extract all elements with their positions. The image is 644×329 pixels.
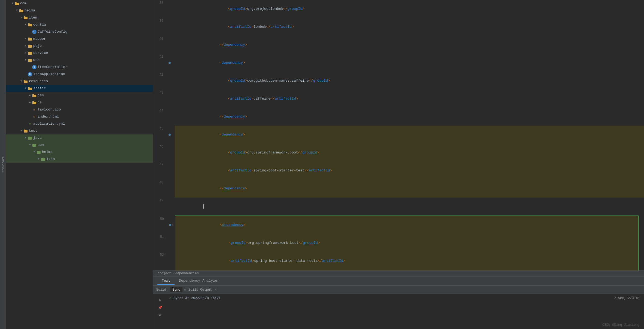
line-num-41: 41 bbox=[153, 54, 167, 72]
folder-icon-heima-test bbox=[36, 150, 41, 154]
code-content-46: <groupId>org.springframework.boot</group… bbox=[175, 144, 644, 162]
code-line-52: 52 <artifactId>spring-boot-starter-data-… bbox=[175, 252, 638, 270]
svg-rect-7 bbox=[28, 23, 30, 24]
svg-rect-12 bbox=[28, 52, 32, 55]
label-service: service bbox=[33, 50, 48, 56]
tree-item-item-test[interactable]: ▼ item bbox=[6, 156, 153, 163]
line-num-50: 50 bbox=[154, 216, 167, 234]
label-itemapplication: ItemApplication bbox=[33, 71, 65, 77]
tree-item-heima-test[interactable]: ▼ heima bbox=[6, 149, 153, 156]
label-web: web bbox=[33, 57, 39, 63]
arrow-css: ▶ bbox=[28, 93, 32, 98]
tab-dependency-analyzer[interactable]: Dependency Analyzer bbox=[175, 277, 224, 285]
build-tab-output[interactable]: Build Output bbox=[187, 287, 213, 292]
tree-item-appyml[interactable]: ▶ ◈ application.yml bbox=[6, 120, 153, 127]
line-num-46: 46 bbox=[153, 144, 167, 162]
gutter-marker-45 bbox=[169, 134, 171, 136]
label-heima-test: heima bbox=[42, 149, 53, 155]
editor-content[interactable]: 38 <groupId>org.projectlombok</groupId> … bbox=[153, 0, 644, 270]
gutter-arrow-41: ↑ bbox=[171, 60, 173, 66]
gutter-44 bbox=[167, 108, 175, 126]
gutter-49 bbox=[167, 198, 175, 216]
tree-item-heima[interactable]: ▼ heima bbox=[6, 7, 153, 14]
code-content-48: </dependency> bbox=[175, 180, 644, 198]
svg-rect-0 bbox=[15, 3, 19, 5]
tree-item-favicon[interactable]: ▶ ⊞ favicon.ico bbox=[6, 106, 153, 113]
code-content-44: </dependency> bbox=[175, 108, 644, 126]
tree-item-indexhtml[interactable]: ▶ ⊡ index.html bbox=[6, 113, 153, 120]
folder-icon-com bbox=[15, 1, 19, 6]
label-com: com bbox=[20, 1, 26, 7]
tree-item-static[interactable]: ▼ static bbox=[6, 85, 153, 92]
label-heima: heima bbox=[25, 8, 35, 14]
tree-item-mapper[interactable]: ▶ mapper bbox=[6, 35, 153, 42]
tab-text[interactable]: Text bbox=[157, 277, 175, 285]
build-tab-sync[interactable]: Sync bbox=[170, 287, 182, 292]
tree-item-itemcontroller[interactable]: ▶ C ItemController bbox=[6, 64, 153, 71]
svg-rect-30 bbox=[37, 151, 41, 154]
svg-rect-20 bbox=[32, 95, 36, 97]
tree-item-config[interactable]: ▼ config bbox=[6, 21, 153, 28]
svg-rect-11 bbox=[28, 45, 30, 45]
svg-rect-10 bbox=[28, 45, 32, 48]
build-icon-refresh[interactable]: ↻ bbox=[157, 297, 163, 303]
build-tab-output-close[interactable]: ✕ bbox=[214, 288, 217, 291]
arrow-test: ▼ bbox=[19, 129, 23, 133]
code-line-49: 49 bbox=[153, 198, 644, 216]
tree-item-resources[interactable]: ▼ resources bbox=[6, 78, 153, 85]
svg-rect-24 bbox=[24, 130, 28, 133]
class-icon-caffeineconfig: C bbox=[32, 30, 36, 34]
gutter-48 bbox=[167, 180, 175, 198]
tree-item-web[interactable]: ▼ web bbox=[6, 57, 153, 64]
svg-rect-27 bbox=[28, 137, 30, 137]
gutter-39 bbox=[167, 18, 175, 36]
folder-icon-item-test bbox=[41, 157, 45, 161]
tree-item-com-test[interactable]: ▼ com bbox=[6, 142, 153, 149]
line-num-51: 51 bbox=[154, 234, 167, 252]
build-icon-eye[interactable]: 👁 bbox=[157, 312, 163, 318]
tabs-bar: Text Dependency Analyzer bbox=[153, 276, 644, 285]
tree-item-service[interactable]: ▶ service bbox=[6, 50, 153, 57]
structure-tab[interactable]: Structure bbox=[0, 0, 6, 329]
label-favicon: favicon.ico bbox=[38, 107, 61, 113]
svg-rect-6 bbox=[28, 24, 32, 26]
folder-icon-resources bbox=[23, 79, 28, 84]
label-caffeineconfig: CaffeineConfig bbox=[38, 29, 67, 35]
build-time: 2 sec, 273 ms bbox=[614, 296, 640, 300]
svg-rect-13 bbox=[28, 52, 30, 53]
build-tab-sync-close[interactable]: ✕ bbox=[184, 288, 186, 291]
tree-item-css[interactable]: ▶ css bbox=[6, 92, 153, 99]
arrow-pojo: ▶ bbox=[23, 44, 28, 48]
line-num-49: 49 bbox=[153, 198, 167, 216]
tree-item-item[interactable]: ▼ item bbox=[6, 14, 153, 21]
tree-item-pojo[interactable]: ▶ pojo bbox=[6, 42, 153, 50]
tree-item-java[interactable]: ▼ java bbox=[6, 134, 153, 142]
code-content-49 bbox=[175, 198, 644, 216]
arrow-mapper: ▶ bbox=[23, 37, 28, 41]
svg-rect-3 bbox=[19, 9, 21, 10]
editor-area: 38 <groupId>org.projectlombok</groupId> … bbox=[153, 0, 644, 285]
tree-item-js[interactable]: ▶ js bbox=[6, 99, 153, 106]
svg-rect-19 bbox=[28, 87, 30, 88]
tree-item-com[interactable]: ▼ com bbox=[6, 0, 153, 7]
arrow-heima-test: ▼ bbox=[32, 150, 36, 154]
tree-item-itemapplication[interactable]: ▶ C ItemApplication bbox=[6, 71, 153, 78]
label-css: css bbox=[38, 93, 44, 99]
folder-icon-heima bbox=[19, 8, 23, 13]
build-icon-pin[interactable]: 📌 bbox=[157, 305, 163, 310]
code-line-51: 51 <groupId>org.springframework.boot</gr… bbox=[175, 234, 638, 252]
code-line-43: 43 <artifactId>caffeine</artifactId> bbox=[153, 90, 644, 108]
folder-icon-com-test bbox=[32, 143, 36, 147]
code-content-47: <artifactId>spring-boot-starter-test</ar… bbox=[175, 162, 644, 180]
code-line-44: 44 </dependency> bbox=[153, 108, 644, 126]
svg-rect-25 bbox=[24, 130, 25, 130]
code-content-45: <dependency> bbox=[175, 126, 644, 144]
svg-rect-14 bbox=[28, 59, 32, 62]
arrow-com-test: ▼ bbox=[28, 143, 32, 147]
tree-item-test[interactable]: ▼ test bbox=[6, 127, 153, 134]
tree-item-caffeineconfig[interactable]: ▶ C CaffeineConfig bbox=[6, 28, 153, 35]
svg-rect-8 bbox=[28, 38, 32, 41]
svg-rect-31 bbox=[37, 151, 38, 152]
gutter-42 bbox=[167, 72, 175, 90]
gutter-38 bbox=[167, 0, 175, 18]
